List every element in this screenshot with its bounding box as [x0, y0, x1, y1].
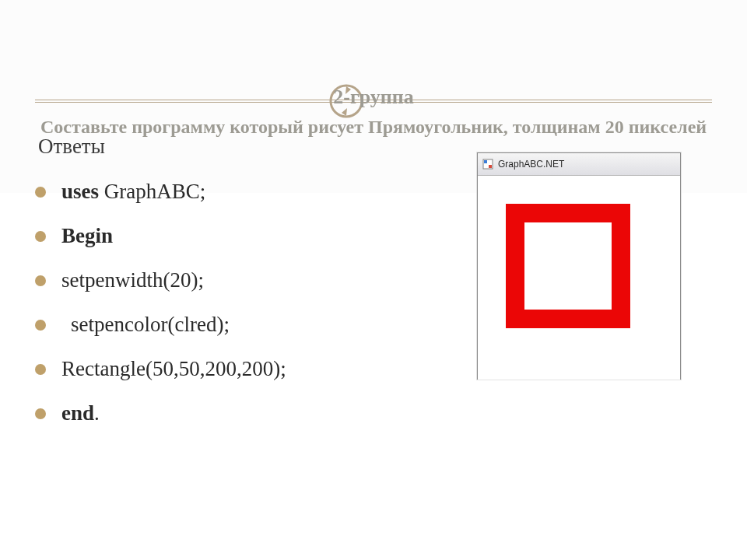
slide: 2-группа Составьте программу который рис…: [0, 0, 747, 560]
drawn-rectangle: [506, 204, 630, 328]
keyword: uses: [61, 180, 99, 203]
slide-title-line1: 2-группа: [35, 85, 712, 110]
code-line: end.: [35, 391, 712, 436]
code-text: GraphABC;: [99, 180, 205, 203]
code-text: setpencolor(clred);: [61, 313, 230, 336]
svg-rect-2: [484, 160, 487, 163]
keyword: end: [61, 401, 94, 425]
window-title: GraphABC.NET: [498, 159, 564, 170]
code-text: Rectangle(50,50,200,200);: [61, 357, 286, 380]
graphabc-canvas: [478, 176, 680, 380]
graphabc-app-icon: [482, 159, 493, 170]
code-text: .: [94, 401, 100, 425]
code-text: setpenwidth(20);: [61, 268, 204, 292]
svg-rect-3: [489, 165, 492, 168]
window-titlebar: GraphABC.NET: [478, 153, 680, 176]
graphabc-window: GraphABC.NET: [477, 152, 681, 380]
keyword: Begin: [61, 224, 113, 247]
slide-title: 2-группа Составьте программу который рис…: [35, 85, 712, 138]
